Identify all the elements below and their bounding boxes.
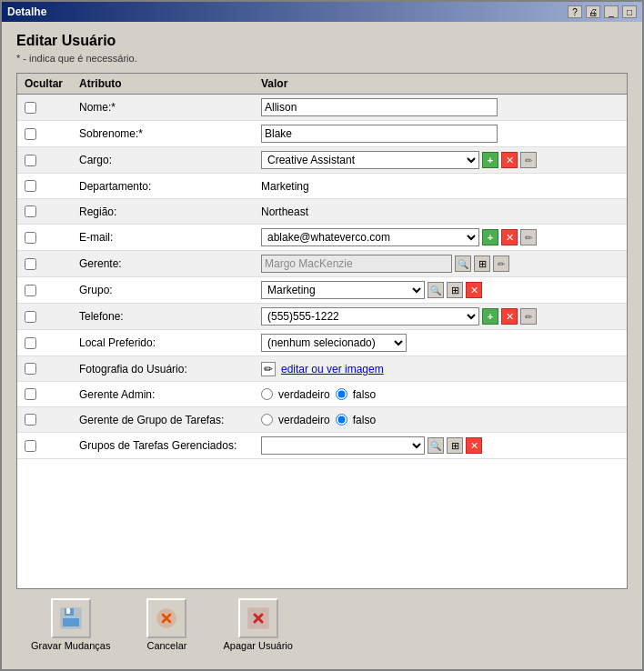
hide-checkbox-cargo[interactable] [25, 155, 36, 166]
email-delete-button[interactable]: ✕ [501, 229, 518, 245]
hide-cell-cargo [25, 155, 79, 166]
delete-button[interactable]: Apagar Usuário [223, 598, 292, 651]
grupo-select[interactable]: Marketing [261, 281, 425, 299]
grupos-delete-button[interactable]: ✕ [466, 437, 482, 454]
print-button[interactable]: 🖨 [586, 5, 600, 18]
ggrupo-falso[interactable] [336, 414, 347, 426]
content-area: Editar Usuário * - indica que é necessár… [2, 22, 642, 669]
value-gadmin: verdadeiro falso [261, 386, 619, 403]
email-select[interactable]: ablake@whateverco.com [261, 228, 479, 246]
gadmin-falso[interactable] [336, 388, 347, 400]
cancel-icon [146, 598, 186, 638]
grupos-copy-button[interactable]: ⊞ [447, 437, 463, 454]
gadmin-radio-group: verdadeiro falso [261, 388, 376, 401]
telefone-delete-button[interactable]: ✕ [501, 308, 518, 325]
cargo-select[interactable]: Creative Assistant [261, 151, 479, 169]
value-gerente: 🔍 ⊞ ✏ [261, 253, 619, 275]
main-panel: Ocultar Atributo Valor Nome:* [16, 73, 628, 589]
hide-cell-grupo [25, 285, 79, 296]
hide-checkbox-ggrupo[interactable] [25, 414, 36, 426]
table-row: Sobrenome:* [17, 121, 627, 147]
save-svg [58, 606, 84, 631]
table-row: Fotografia do Usuário: ✏ editar ou ver i… [17, 356, 627, 382]
sobrenome-input[interactable] [261, 125, 498, 143]
gerente-search-button[interactable]: 🔍 [455, 255, 471, 272]
cargo-add-button[interactable]: + [482, 152, 498, 168]
table-row: Gerente de Grupo de Tarefas: verdadeiro … [17, 407, 627, 433]
email-add-button[interactable]: + [482, 229, 498, 245]
table-body: Nome:* Sobrenome:* [17, 95, 627, 588]
gadmin-verdadeiro-label: verdadeiro [278, 388, 330, 401]
ggrupo-falso-label: falso [353, 414, 376, 426]
hide-cell-nome [25, 102, 79, 114]
gerente-input[interactable] [261, 255, 452, 273]
cancel-svg [154, 606, 179, 631]
telefone-add-button[interactable]: + [482, 308, 498, 325]
hide-cell-local [25, 337, 79, 349]
value-grupo: Marketing 🔍 ⊞ ✕ [261, 279, 619, 301]
dept-value: Marketing [261, 180, 309, 193]
hide-checkbox-gadmin[interactable] [25, 388, 36, 400]
hide-checkbox-regiao[interactable] [25, 205, 36, 217]
minimize-button[interactable]: _ [604, 5, 619, 18]
cargo-edit-button[interactable]: ✏ [520, 152, 537, 168]
hide-cell-ggrupo [25, 414, 79, 426]
grupos-select[interactable] [261, 436, 425, 455]
hide-checkbox-foto[interactable] [25, 363, 36, 375]
save-button[interactable]: Gravar Mudanças [31, 598, 110, 651]
required-note: * - indica que é necessário. [16, 53, 628, 64]
gadmin-verdadeiro[interactable] [261, 388, 273, 400]
attr-telefone: Telefone: [79, 310, 261, 323]
attr-dept: Departamento: [79, 180, 261, 193]
value-sobrenome [261, 123, 619, 145]
table-row: Nome:* [17, 95, 627, 121]
attr-ggrupo: Gerente de Grupo de Tarefas: [79, 414, 261, 426]
hide-checkbox-email[interactable] [25, 232, 36, 244]
hide-checkbox-dept[interactable] [25, 180, 36, 192]
grupos-search-button[interactable]: 🔍 [428, 437, 444, 454]
hide-checkbox-sobrenome[interactable] [25, 128, 36, 140]
attr-cargo: Cargo: [79, 154, 261, 166]
email-edit-button[interactable]: ✏ [520, 229, 537, 245]
hide-checkbox-nome[interactable] [25, 102, 36, 114]
hide-cell-sobrenome [25, 128, 79, 140]
svg-rect-2 [66, 608, 70, 614]
hide-cell-regiao [25, 205, 79, 217]
cargo-delete-button[interactable]: ✕ [501, 152, 518, 168]
help-button[interactable]: ? [568, 5, 582, 18]
ggrupo-verdadeiro[interactable] [261, 414, 273, 426]
gerente-copy-button[interactable]: ⊞ [474, 255, 490, 272]
hide-cell-gerente [25, 258, 79, 270]
cancel-button[interactable]: Cancelar [146, 598, 186, 651]
value-grupos: 🔍 ⊞ ✕ [261, 435, 619, 456]
grupo-search-button[interactable]: 🔍 [428, 282, 444, 298]
attr-sobrenome: Sobrenome:* [79, 127, 261, 140]
save-icon [51, 598, 91, 638]
attr-regiao: Região: [79, 205, 261, 218]
gadmin-falso-label: falso [353, 388, 376, 401]
maximize-button[interactable]: □ [622, 5, 637, 18]
hide-checkbox-telefone[interactable] [25, 311, 36, 323]
table-row: Região: Northeast [17, 199, 627, 225]
svg-rect-3 [63, 618, 79, 626]
foto-link[interactable]: editar ou ver imagem [281, 363, 384, 376]
telefone-edit-button[interactable]: ✏ [520, 308, 537, 325]
hide-checkbox-gerente[interactable] [25, 258, 36, 270]
delete-svg [246, 606, 271, 631]
footer-area: Gravar Mudanças Cancelar [16, 589, 628, 658]
nome-input[interactable] [261, 98, 498, 116]
telefone-select[interactable]: (555)555-1222 [261, 307, 479, 325]
grupo-copy-button[interactable]: ⊞ [447, 282, 463, 298]
titlebar-buttons: ? 🖨 _ □ [568, 5, 637, 18]
window-title: Detalhe [7, 5, 46, 18]
hide-checkbox-grupos[interactable] [25, 440, 36, 452]
hide-checkbox-grupo[interactable] [25, 285, 36, 296]
table-row: Grupos de Tarefas Gerenciados: 🔍 ⊞ ✕ [17, 433, 627, 459]
local-select[interactable]: (nenhum selecionado) [261, 334, 407, 352]
hide-checkbox-local[interactable] [25, 337, 36, 349]
gerente-edit-button[interactable]: ✏ [493, 255, 509, 272]
delete-icon [238, 598, 278, 638]
value-dept: Marketing [261, 178, 619, 195]
grupo-delete-button[interactable]: ✕ [466, 282, 482, 298]
attr-foto: Fotografia do Usuário: [79, 363, 261, 376]
